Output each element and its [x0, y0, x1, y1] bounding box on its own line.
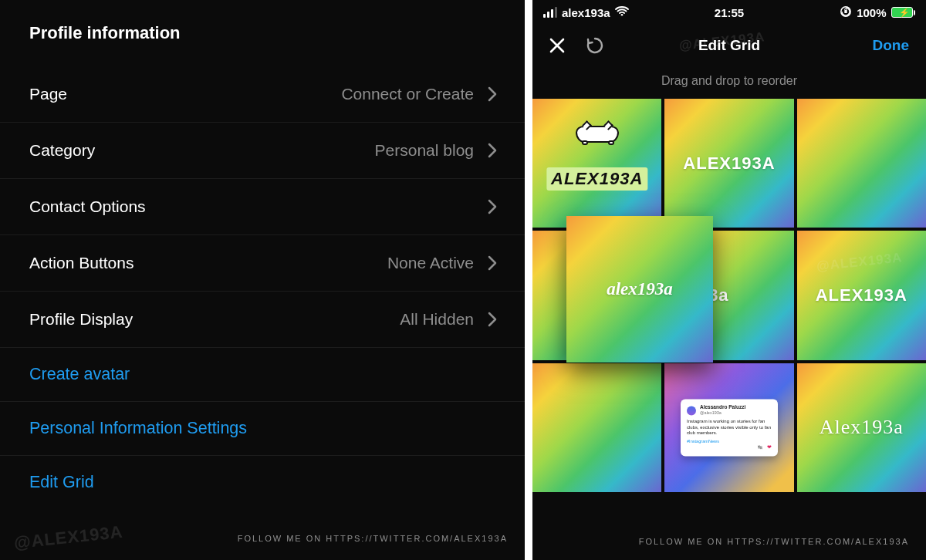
chevron-right-icon [488, 143, 497, 158]
row-display-value: All Hidden [400, 310, 474, 329]
grid-tile-2[interactable]: ALEX193A [664, 99, 793, 228]
section-title: Profile information [0, 0, 525, 66]
wifi-icon [615, 6, 629, 19]
row-action-label: Action Buttons [29, 254, 133, 272]
link-edit-grid-label: Edit Grid [29, 473, 94, 491]
close-icon [548, 36, 566, 55]
chevron-right-icon [488, 312, 497, 327]
grid-tile-8[interactable]: Alessandro Paluzzi @alex193a Instagram i… [664, 363, 793, 492]
undo-button[interactable] [585, 35, 605, 56]
retweet-icon: ↹ [758, 444, 762, 451]
footer-credit: FOLLOW ME ON HTTPS://TWITTER.COM/ALEX193… [238, 534, 508, 543]
tweet-body: Instagram is working on stories for fan … [687, 420, 772, 437]
link-personal-information-settings[interactable]: Personal Information Settings [0, 402, 525, 456]
carrier-name: alex193a [562, 6, 610, 19]
avatar [687, 406, 696, 415]
nav-title: Edit Grid [698, 37, 760, 54]
status-time: 21:55 [715, 6, 744, 19]
status-bar: alex193a 21:55 100% ⚡ [532, 0, 926, 25]
tweet-author-handle: @alex193a [700, 411, 745, 417]
grid-tile-3[interactable] [797, 99, 926, 228]
heart-icon: ❤ [767, 444, 772, 451]
edit-grid-screen: alex193a 21:55 100% ⚡ [532, 0, 926, 560]
row-category-label: Category [29, 141, 95, 160]
row-page[interactable]: Page Connect or Create [0, 66, 525, 123]
nav-bar: Edit Grid Done [532, 25, 926, 66]
grid-tile-9[interactable]: Alex193a [797, 363, 926, 492]
bongo-cat-icon [576, 126, 619, 149]
undo-icon [585, 35, 605, 56]
tile-label: ALEX193A [816, 285, 907, 305]
subtitle: Drag and drop to reorder [532, 66, 926, 99]
row-profile-display[interactable]: Profile Display All Hidden [0, 292, 525, 348]
row-category-value: Personal blog [375, 141, 474, 160]
link-create-avatar-label: Create avatar [29, 365, 130, 383]
cellular-signal-icon [543, 7, 557, 18]
row-display-label: Profile Display [29, 310, 133, 329]
tile-label: ALEX193A [546, 167, 647, 191]
battery-charging-icon: ⚡ [891, 7, 916, 18]
chevron-right-icon [488, 255, 497, 271]
row-contact-label: Contact Options [29, 197, 146, 216]
done-button[interactable]: Done [873, 37, 910, 54]
tile-label: alex193a [607, 279, 673, 299]
tweet-author-name: Alessandro Paluzzi [700, 405, 745, 411]
link-edit-grid[interactable]: Edit Grid [0, 456, 525, 509]
row-contact-options[interactable]: Contact Options [0, 179, 525, 235]
dragged-tile[interactable]: alex193a [566, 216, 713, 363]
row-category[interactable]: Category Personal blog [0, 123, 525, 179]
profile-information-screen: Profile information Page Connect or Crea… [0, 0, 525, 560]
grid-tile-1[interactable]: ALEX193A [532, 99, 661, 228]
tweet-hashtag: #InstagramNews [687, 439, 772, 444]
footer-credit: FOLLOW ME ON HTTPS://TWITTER.COM/ALEX193… [639, 537, 909, 546]
row-page-label: Page [29, 85, 67, 103]
tweet-card: Alessandro Paluzzi @alex193a Instagram i… [681, 400, 778, 456]
tile-label: ALEX193A [683, 153, 775, 174]
tile-label: Alex193a [820, 416, 904, 439]
grid-tile-7[interactable] [532, 363, 661, 492]
row-action-buttons[interactable]: Action Buttons None Active [0, 235, 525, 292]
row-page-value: Connect or Create [341, 85, 474, 103]
link-create-avatar[interactable]: Create avatar [0, 348, 525, 402]
svg-rect-2 [844, 10, 847, 13]
rotation-lock-icon [840, 5, 852, 20]
watermark: @ALEX193A [13, 522, 124, 554]
link-personal-info-label: Personal Information Settings [29, 419, 247, 437]
chevron-right-icon [488, 199, 497, 214]
svg-point-0 [620, 14, 623, 16]
row-action-value: None Active [387, 254, 474, 272]
chevron-right-icon [488, 86, 497, 102]
close-button[interactable] [548, 36, 566, 55]
battery-percentage: 100% [857, 6, 886, 19]
grid-tile-6[interactable]: ALEX193A [797, 231, 926, 359]
